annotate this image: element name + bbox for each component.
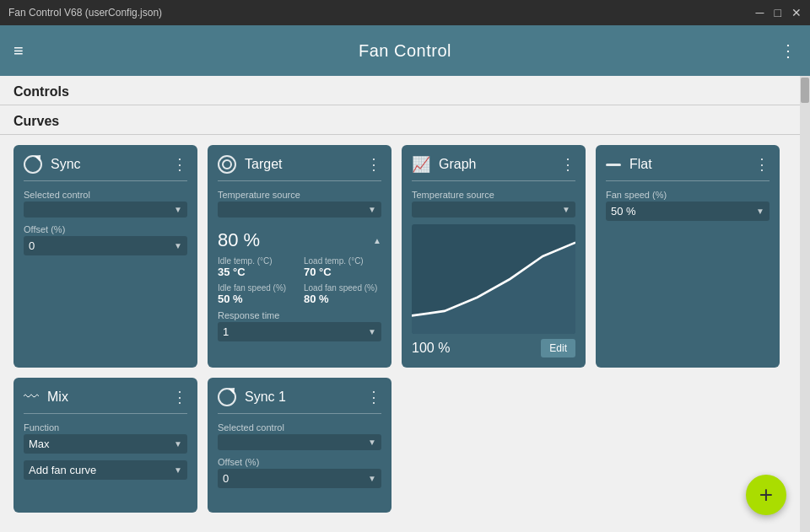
graph-temp-source-label: Temperature source — [412, 190, 575, 200]
add-fab-button[interactable]: + — [746, 475, 786, 515]
sync1-title: Sync 1 — [245, 390, 286, 405]
mix-icon: 〰 — [24, 389, 39, 406]
sync-offset-dropdown[interactable]: 0 ▼ — [24, 236, 187, 255]
hamburger-icon[interactable]: ≡ — [14, 41, 24, 61]
graph-title-group: 📈 Graph — [412, 155, 476, 174]
sync1-selected-control-dropdown[interactable]: ▼ — [218, 434, 381, 450]
target-fan-speed-row: Idle fan speed (%) 50 % Load fan speed (… — [218, 283, 381, 305]
sync-divider — [24, 180, 187, 181]
graph-temp-source-dropdown[interactable]: ▼ — [412, 202, 575, 218]
target-response-dropdown-arrow: ▼ — [368, 327, 376, 336]
graph-title: Graph — [439, 157, 476, 172]
sync1-title-group: Sync 1 — [218, 388, 286, 406]
mix-function-dropdown[interactable]: Max ▼ — [24, 434, 187, 454]
sync1-selected-control-label: Selected control — [218, 422, 381, 433]
graph-card: 📈 Graph ⋮ Temperature source ▼ — [402, 145, 586, 368]
sync-offset-row: Offset (%) 0 ▼ — [24, 224, 187, 255]
sync-title-group: Sync — [24, 155, 81, 174]
flat-icon — [606, 164, 621, 166]
mix-card-header: 〰 Mix ⋮ — [24, 388, 187, 406]
main-content: Controls Curves Sync ⋮ Selected control — [0, 76, 810, 532]
target-card-header: Target ⋮ — [218, 155, 381, 174]
flat-title: Flat — [629, 157, 652, 172]
controls-section-header: Controls — [0, 76, 800, 105]
target-temp-row: Idle temp. (°C) 35 °C Load temp. (°C) 70… — [218, 256, 381, 278]
graph-edit-button[interactable]: Edit — [541, 339, 575, 357]
flat-dropdown-arrow: ▼ — [756, 207, 764, 216]
graph-divider — [412, 180, 575, 181]
mix-title: Mix — [47, 390, 68, 405]
target-response-time-dropdown[interactable]: 1 ▼ — [218, 322, 381, 341]
scrollbar[interactable] — [800, 76, 810, 532]
target-temp-source-label: Temperature source — [218, 190, 381, 200]
target-temp-source-dropdown[interactable]: ▼ — [218, 202, 381, 218]
flat-title-group: Flat — [606, 157, 652, 172]
target-icon — [218, 155, 236, 174]
sync1-dropdown-arrow: ▼ — [368, 438, 376, 447]
maximize-button[interactable]: □ — [775, 6, 781, 19]
cards-grid: Sync ⋮ Selected control ▼ Offset (%) 0 ▼ — [0, 135, 800, 523]
target-more-button[interactable]: ⋮ — [366, 155, 381, 174]
target-temp-dropdown-arrow: ▼ — [368, 205, 376, 214]
sync1-offset-arrow: ▼ — [368, 474, 376, 483]
target-collapse-arrow[interactable]: ▲ — [373, 236, 381, 245]
title-bar-text: Fan Control V68 (userConfig.json) — [8, 7, 162, 19]
mix-function-label: Function — [24, 422, 187, 433]
flat-card: Flat ⋮ Fan speed (%) 50 % ▼ — [596, 145, 780, 368]
flat-fan-speed-dropdown[interactable]: 50 % ▼ — [606, 202, 770, 221]
graph-area — [412, 224, 575, 334]
sync-dropdown-arrow: ▼ — [174, 205, 182, 214]
scroll-area[interactable]: Controls Curves Sync ⋮ Selected control — [0, 76, 800, 532]
sync-card-header: Sync ⋮ — [24, 155, 187, 174]
sync1-offset-dropdown[interactable]: 0 ▼ — [218, 469, 381, 488]
target-card: Target ⋮ Temperature source ▼ 80 % ▲ Idl… — [208, 145, 392, 368]
sync-offset-label: Offset (%) — [24, 224, 187, 234]
mix-function-arrow: ▼ — [174, 439, 182, 449]
sync-selected-control-label: Selected control — [24, 190, 187, 200]
mix-card: 〰 Mix ⋮ Function Max ▼ Add fan curve ▼ — [14, 378, 197, 513]
flat-divider — [606, 180, 770, 181]
sync-title: Sync — [51, 157, 81, 172]
graph-more-button[interactable]: ⋮ — [560, 155, 575, 174]
target-title: Target — [245, 157, 282, 172]
target-title-group: Target — [218, 155, 282, 174]
target-idle-fan-speed: Idle fan speed (%) 50 % — [218, 283, 295, 305]
curves-section-header: Curves — [0, 105, 800, 135]
sync-card: Sync ⋮ Selected control ▼ Offset (%) 0 ▼ — [14, 145, 197, 368]
graph-svg — [412, 224, 575, 334]
title-bar: Fan Control V68 (userConfig.json) ─ □ ✕ — [0, 0, 810, 25]
flat-fan-speed-label: Fan speed (%) — [606, 190, 770, 200]
mix-add-fan-curve-dropdown[interactable]: Add fan curve ▼ — [24, 460, 187, 480]
app-title: Fan Control — [359, 41, 451, 61]
close-button[interactable]: ✕ — [791, 6, 802, 19]
flat-card-header: Flat ⋮ — [606, 155, 770, 174]
target-load-fan-speed: Load fan speed (%) 80 % — [304, 283, 381, 305]
scroll-thumb[interactable] — [801, 78, 809, 103]
sync1-more-button[interactable]: ⋮ — [366, 388, 381, 406]
sync1-card-header: Sync 1 ⋮ — [218, 388, 381, 406]
sync1-card: Sync 1 ⋮ Selected control ▼ Offset (%) 0… — [208, 378, 392, 513]
mix-add-arrow: ▼ — [174, 465, 182, 475]
graph-card-header: 📈 Graph ⋮ — [412, 155, 575, 174]
minimize-button[interactable]: ─ — [756, 6, 764, 19]
header-more-icon[interactable]: ⋮ — [780, 40, 796, 61]
sync-offset-arrow: ▼ — [174, 241, 182, 250]
flat-more-button[interactable]: ⋮ — [754, 155, 770, 174]
sync-icon — [24, 155, 42, 174]
sync1-divider — [218, 413, 381, 414]
graph-percent-value: 100 % — [412, 341, 450, 356]
mix-more-button[interactable]: ⋮ — [172, 388, 187, 406]
target-response-time-label: Response time — [218, 310, 381, 320]
sync-selected-control-dropdown[interactable]: ▼ — [24, 202, 187, 218]
graph-icon: 📈 — [412, 155, 430, 174]
target-percent-value: 80 % — [218, 229, 260, 251]
target-divider — [218, 180, 381, 181]
graph-bottom: 100 % Edit — [412, 339, 575, 357]
app-header: ≡ Fan Control ⋮ — [0, 25, 810, 76]
graph-dropdown-arrow: ▼ — [562, 205, 570, 214]
sync1-offset-label: Offset (%) — [218, 457, 381, 467]
target-idle-temp: Idle temp. (°C) 35 °C — [218, 256, 295, 278]
mix-divider — [24, 413, 187, 414]
sync-more-button[interactable]: ⋮ — [172, 155, 187, 174]
target-load-temp: Load temp. (°C) 70 °C — [304, 256, 381, 278]
